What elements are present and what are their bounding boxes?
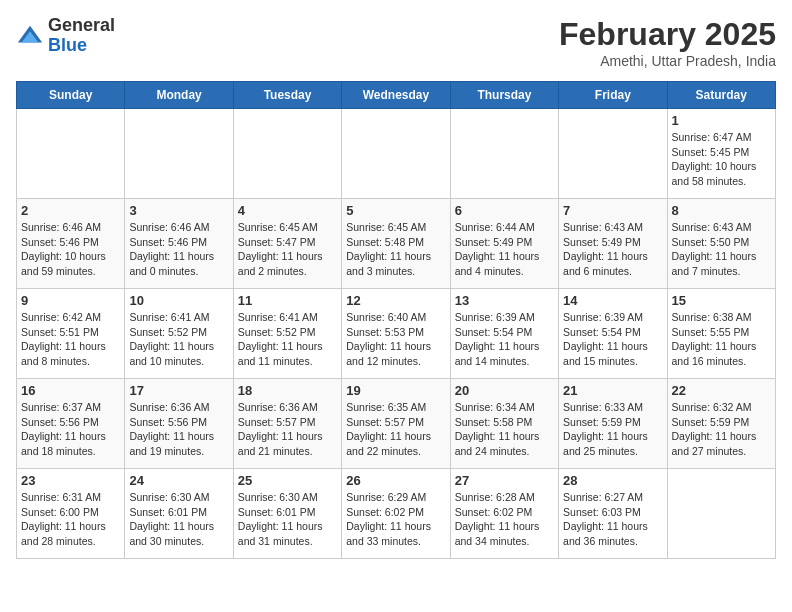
title-block: February 2025 Amethi, Uttar Pradesh, Ind… xyxy=(559,16,776,69)
day-cell-18: 18Sunrise: 6:36 AMSunset: 5:57 PMDayligh… xyxy=(233,379,341,469)
weekday-header-sunday: Sunday xyxy=(17,82,125,109)
day-cell-2: 2Sunrise: 6:46 AMSunset: 5:46 PMDaylight… xyxy=(17,199,125,289)
day-number: 3 xyxy=(129,203,228,218)
day-info: Sunrise: 6:46 AMSunset: 5:46 PMDaylight:… xyxy=(129,220,228,279)
day-cell-5: 5Sunrise: 6:45 AMSunset: 5:48 PMDaylight… xyxy=(342,199,450,289)
empty-cell xyxy=(450,109,558,199)
day-number: 9 xyxy=(21,293,120,308)
calendar-week-5: 23Sunrise: 6:31 AMSunset: 6:00 PMDayligh… xyxy=(17,469,776,559)
day-info: Sunrise: 6:41 AMSunset: 5:52 PMDaylight:… xyxy=(238,310,337,369)
day-number: 18 xyxy=(238,383,337,398)
day-info: Sunrise: 6:30 AMSunset: 6:01 PMDaylight:… xyxy=(129,490,228,549)
day-number: 20 xyxy=(455,383,554,398)
day-cell-25: 25Sunrise: 6:30 AMSunset: 6:01 PMDayligh… xyxy=(233,469,341,559)
calendar-week-4: 16Sunrise: 6:37 AMSunset: 5:56 PMDayligh… xyxy=(17,379,776,469)
empty-cell xyxy=(17,109,125,199)
month-title: February 2025 xyxy=(559,16,776,53)
day-cell-16: 16Sunrise: 6:37 AMSunset: 5:56 PMDayligh… xyxy=(17,379,125,469)
day-number: 13 xyxy=(455,293,554,308)
logo-icon xyxy=(16,22,44,50)
empty-cell xyxy=(233,109,341,199)
weekday-header-row: SundayMondayTuesdayWednesdayThursdayFrid… xyxy=(17,82,776,109)
day-cell-22: 22Sunrise: 6:32 AMSunset: 5:59 PMDayligh… xyxy=(667,379,775,469)
day-info: Sunrise: 6:47 AMSunset: 5:45 PMDaylight:… xyxy=(672,130,771,189)
day-info: Sunrise: 6:34 AMSunset: 5:58 PMDaylight:… xyxy=(455,400,554,459)
empty-cell xyxy=(342,109,450,199)
day-info: Sunrise: 6:46 AMSunset: 5:46 PMDaylight:… xyxy=(21,220,120,279)
day-cell-6: 6Sunrise: 6:44 AMSunset: 5:49 PMDaylight… xyxy=(450,199,558,289)
weekday-header-saturday: Saturday xyxy=(667,82,775,109)
day-cell-23: 23Sunrise: 6:31 AMSunset: 6:00 PMDayligh… xyxy=(17,469,125,559)
day-cell-13: 13Sunrise: 6:39 AMSunset: 5:54 PMDayligh… xyxy=(450,289,558,379)
day-number: 8 xyxy=(672,203,771,218)
day-info: Sunrise: 6:35 AMSunset: 5:57 PMDaylight:… xyxy=(346,400,445,459)
day-info: Sunrise: 6:42 AMSunset: 5:51 PMDaylight:… xyxy=(21,310,120,369)
calendar-week-1: 1Sunrise: 6:47 AMSunset: 5:45 PMDaylight… xyxy=(17,109,776,199)
day-info: Sunrise: 6:43 AMSunset: 5:49 PMDaylight:… xyxy=(563,220,662,279)
day-number: 23 xyxy=(21,473,120,488)
day-cell-27: 27Sunrise: 6:28 AMSunset: 6:02 PMDayligh… xyxy=(450,469,558,559)
empty-cell xyxy=(667,469,775,559)
weekday-header-wednesday: Wednesday xyxy=(342,82,450,109)
weekday-header-monday: Monday xyxy=(125,82,233,109)
day-info: Sunrise: 6:32 AMSunset: 5:59 PMDaylight:… xyxy=(672,400,771,459)
day-info: Sunrise: 6:44 AMSunset: 5:49 PMDaylight:… xyxy=(455,220,554,279)
day-info: Sunrise: 6:36 AMSunset: 5:57 PMDaylight:… xyxy=(238,400,337,459)
day-info: Sunrise: 6:31 AMSunset: 6:00 PMDaylight:… xyxy=(21,490,120,549)
calendar-week-3: 9Sunrise: 6:42 AMSunset: 5:51 PMDaylight… xyxy=(17,289,776,379)
day-number: 11 xyxy=(238,293,337,308)
day-number: 24 xyxy=(129,473,228,488)
day-number: 7 xyxy=(563,203,662,218)
day-cell-7: 7Sunrise: 6:43 AMSunset: 5:49 PMDaylight… xyxy=(559,199,667,289)
day-number: 28 xyxy=(563,473,662,488)
day-number: 27 xyxy=(455,473,554,488)
day-cell-1: 1Sunrise: 6:47 AMSunset: 5:45 PMDaylight… xyxy=(667,109,775,199)
day-number: 10 xyxy=(129,293,228,308)
day-cell-20: 20Sunrise: 6:34 AMSunset: 5:58 PMDayligh… xyxy=(450,379,558,469)
day-cell-9: 9Sunrise: 6:42 AMSunset: 5:51 PMDaylight… xyxy=(17,289,125,379)
calendar-table: SundayMondayTuesdayWednesdayThursdayFrid… xyxy=(16,81,776,559)
weekday-header-tuesday: Tuesday xyxy=(233,82,341,109)
day-info: Sunrise: 6:36 AMSunset: 5:56 PMDaylight:… xyxy=(129,400,228,459)
day-cell-28: 28Sunrise: 6:27 AMSunset: 6:03 PMDayligh… xyxy=(559,469,667,559)
day-info: Sunrise: 6:39 AMSunset: 5:54 PMDaylight:… xyxy=(563,310,662,369)
day-number: 26 xyxy=(346,473,445,488)
day-number: 6 xyxy=(455,203,554,218)
weekday-header-friday: Friday xyxy=(559,82,667,109)
day-number: 15 xyxy=(672,293,771,308)
day-number: 22 xyxy=(672,383,771,398)
day-info: Sunrise: 6:37 AMSunset: 5:56 PMDaylight:… xyxy=(21,400,120,459)
day-cell-10: 10Sunrise: 6:41 AMSunset: 5:52 PMDayligh… xyxy=(125,289,233,379)
day-info: Sunrise: 6:45 AMSunset: 5:47 PMDaylight:… xyxy=(238,220,337,279)
day-number: 14 xyxy=(563,293,662,308)
day-cell-14: 14Sunrise: 6:39 AMSunset: 5:54 PMDayligh… xyxy=(559,289,667,379)
location: Amethi, Uttar Pradesh, India xyxy=(559,53,776,69)
day-cell-26: 26Sunrise: 6:29 AMSunset: 6:02 PMDayligh… xyxy=(342,469,450,559)
weekday-header-thursday: Thursday xyxy=(450,82,558,109)
day-cell-11: 11Sunrise: 6:41 AMSunset: 5:52 PMDayligh… xyxy=(233,289,341,379)
day-info: Sunrise: 6:30 AMSunset: 6:01 PMDaylight:… xyxy=(238,490,337,549)
day-number: 12 xyxy=(346,293,445,308)
day-number: 1 xyxy=(672,113,771,128)
page-header: General Blue February 2025 Amethi, Uttar… xyxy=(16,16,776,69)
day-cell-15: 15Sunrise: 6:38 AMSunset: 5:55 PMDayligh… xyxy=(667,289,775,379)
day-info: Sunrise: 6:38 AMSunset: 5:55 PMDaylight:… xyxy=(672,310,771,369)
day-info: Sunrise: 6:41 AMSunset: 5:52 PMDaylight:… xyxy=(129,310,228,369)
day-cell-19: 19Sunrise: 6:35 AMSunset: 5:57 PMDayligh… xyxy=(342,379,450,469)
day-number: 5 xyxy=(346,203,445,218)
day-cell-24: 24Sunrise: 6:30 AMSunset: 6:01 PMDayligh… xyxy=(125,469,233,559)
day-info: Sunrise: 6:29 AMSunset: 6:02 PMDaylight:… xyxy=(346,490,445,549)
empty-cell xyxy=(125,109,233,199)
day-cell-3: 3Sunrise: 6:46 AMSunset: 5:46 PMDaylight… xyxy=(125,199,233,289)
day-info: Sunrise: 6:33 AMSunset: 5:59 PMDaylight:… xyxy=(563,400,662,459)
day-info: Sunrise: 6:27 AMSunset: 6:03 PMDaylight:… xyxy=(563,490,662,549)
day-info: Sunrise: 6:43 AMSunset: 5:50 PMDaylight:… xyxy=(672,220,771,279)
day-number: 2 xyxy=(21,203,120,218)
day-info: Sunrise: 6:39 AMSunset: 5:54 PMDaylight:… xyxy=(455,310,554,369)
day-info: Sunrise: 6:45 AMSunset: 5:48 PMDaylight:… xyxy=(346,220,445,279)
logo: General Blue xyxy=(16,16,115,56)
day-number: 4 xyxy=(238,203,337,218)
empty-cell xyxy=(559,109,667,199)
day-info: Sunrise: 6:28 AMSunset: 6:02 PMDaylight:… xyxy=(455,490,554,549)
day-cell-8: 8Sunrise: 6:43 AMSunset: 5:50 PMDaylight… xyxy=(667,199,775,289)
